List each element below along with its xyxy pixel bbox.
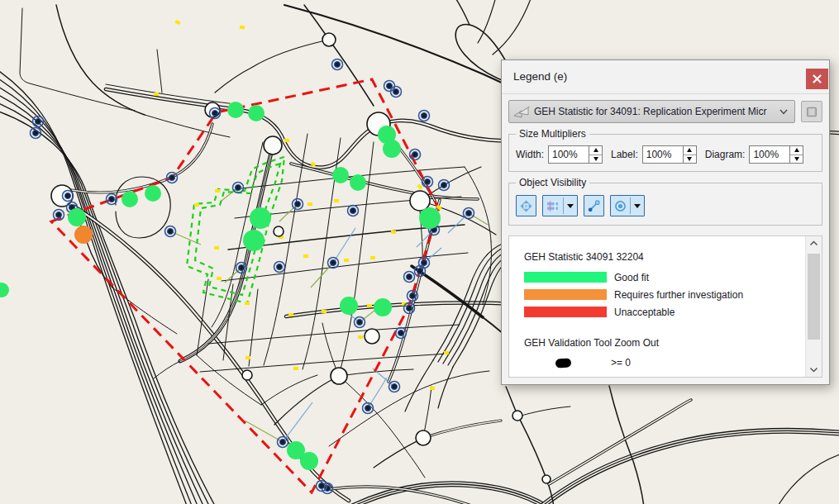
- diagram-field: Diagram: 100%: [705, 145, 804, 164]
- detector-icon: [614, 200, 627, 212]
- legend-panel: Legend (e) GEH Statistic for 34091: Repl…: [501, 59, 830, 385]
- sections-visibility-button[interactable]: [542, 195, 578, 216]
- fit-view-button[interactable]: [516, 195, 536, 216]
- diagram-increment-button[interactable]: [790, 146, 803, 155]
- panel-titlebar[interactable]: Legend (e): [502, 60, 829, 94]
- scroll-up-button[interactable]: [806, 236, 822, 250]
- label-label: Label:: [611, 149, 638, 160]
- zoom-out-swatch: [555, 358, 572, 368]
- requires-investigation-swatch: [524, 289, 607, 300]
- road-sections-icon: [546, 200, 560, 212]
- label-increment-button[interactable]: [684, 146, 696, 155]
- list-icon: [807, 105, 817, 119]
- width-label: Width:: [516, 149, 544, 160]
- chevron-down-icon: [634, 204, 641, 208]
- arrow-down-icon: [593, 157, 598, 161]
- legend-item-label: Requires further investigation: [614, 289, 743, 301]
- legend-item: >= 0: [524, 354, 802, 371]
- link-icon: [588, 200, 600, 212]
- width-field: Width: 100%: [516, 145, 603, 164]
- close-icon: [813, 74, 822, 83]
- fit-view-icon: [520, 200, 532, 212]
- legend-item-label: Good fit: [614, 272, 649, 283]
- legend-item: Good fit: [524, 269, 802, 286]
- diagram-label: Diagram:: [705, 149, 746, 160]
- diagram-decrement-button[interactable]: [790, 155, 803, 164]
- chevron-down-icon: [779, 109, 788, 115]
- app-window: { "panel": { "title": "Legend (e)", "sty…: [0, 0, 839, 504]
- style-dropdown[interactable]: GEH Statistic for 34091: Replication Exp…: [508, 100, 795, 123]
- panel-title: Legend (e): [513, 60, 567, 93]
- label-field: Label: 100%: [611, 145, 697, 164]
- label-value[interactable]: 100%: [643, 146, 683, 163]
- width-increment-button[interactable]: [589, 146, 602, 155]
- legend-item-label: Unacceptable: [614, 307, 675, 318]
- width-decrement-button[interactable]: [589, 155, 602, 164]
- legend-item-label: >= 0: [611, 357, 631, 368]
- links-visibility-button[interactable]: [584, 195, 604, 216]
- unacceptable-swatch: [524, 307, 607, 317]
- diagram-stepper[interactable]: 100%: [749, 145, 803, 164]
- label-stepper[interactable]: 100%: [642, 145, 697, 164]
- style-row: GEH Statistic for 34091: Replication Exp…: [508, 100, 822, 123]
- legend-item: Unacceptable: [524, 303, 802, 321]
- arrow-down-icon: [794, 157, 799, 161]
- scrollbar-thumb[interactable]: [808, 254, 820, 340]
- object-visibility-buttons: [516, 193, 815, 218]
- legend-item: Requires further investigation: [524, 286, 802, 303]
- flags-icon: [512, 103, 531, 120]
- close-button[interactable]: [806, 69, 828, 89]
- diagram-value[interactable]: 100%: [750, 146, 789, 163]
- arrow-up-icon: [687, 148, 692, 152]
- scroll-down-button[interactable]: [806, 363, 822, 377]
- legend-scrollbar[interactable]: [805, 236, 822, 377]
- legend-list-content: GEH Statistic 34091 32204 Good fit Requi…: [509, 236, 822, 371]
- label-decrement-button[interactable]: [684, 155, 696, 164]
- arrow-up-icon: [593, 148, 598, 152]
- object-visibility-group: Object Visibility: [508, 183, 822, 226]
- legend-section-title: GEH Validation Tool Zoom Out: [524, 337, 802, 349]
- width-stepper[interactable]: 100%: [548, 145, 603, 164]
- size-multipliers-group: Size Multipliers Width: 100% Label: 100%: [508, 134, 822, 172]
- legend-details-button[interactable]: [801, 101, 822, 122]
- detectors-visibility-button[interactable]: [610, 195, 645, 216]
- legend-section-title: GEH Statistic 34091 32204: [524, 251, 802, 263]
- chevron-down-icon: [809, 367, 818, 373]
- chevron-up-icon: [809, 240, 818, 246]
- width-value[interactable]: 100%: [549, 146, 589, 163]
- chevron-down-icon: [567, 204, 574, 208]
- style-dropdown-value: GEH Statistic for 34091: Replication Exp…: [534, 106, 776, 117]
- good-fit-swatch: [524, 272, 607, 283]
- object-visibility-title: Object Visibility: [516, 177, 589, 188]
- size-multipliers-title: Size Multipliers: [516, 128, 589, 140]
- size-multipliers-fields: Width: 100% Label: 100%: [516, 145, 815, 164]
- arrow-down-icon: [687, 157, 692, 161]
- arrow-up-icon: [794, 148, 799, 152]
- legend-list: GEH Statistic 34091 32204 Good fit Requi…: [508, 235, 822, 378]
